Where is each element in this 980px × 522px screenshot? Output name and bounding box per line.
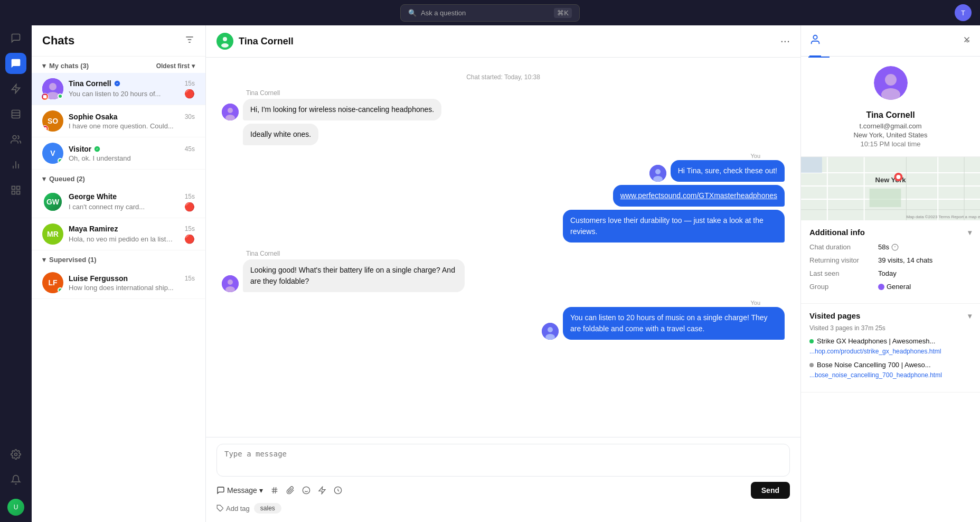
chat-header: Tina Cornell ··· bbox=[206, 25, 800, 58]
page-url-1[interactable]: ...hop.com/product/strike_gx_headphones.… bbox=[809, 348, 941, 355]
sticker-button[interactable] bbox=[334, 486, 342, 495]
sidebar-item-settings[interactable] bbox=[5, 444, 26, 465]
page-name-1: Strike GX Headphones | Awesomesh... bbox=[817, 337, 935, 345]
chat-item-luise[interactable]: LF Luise Fergusson 15s How long does int… bbox=[32, 267, 205, 299]
sender-label-tina-1: Tina Cornell bbox=[246, 89, 785, 97]
send-button[interactable]: Send bbox=[751, 482, 790, 499]
svg-point-21 bbox=[45, 96, 46, 96]
sidebar-item-chart[interactable] bbox=[5, 154, 26, 175]
sort-button-my-chats[interactable]: Oldest first ▾ bbox=[156, 62, 195, 70]
collapse-icon-supervised: ▾ bbox=[42, 256, 46, 264]
returning-visitor-value: 39 visits, 14 chats bbox=[878, 256, 932, 264]
sidebar-item-lightning[interactable] bbox=[5, 78, 26, 99]
chat-name-visitor: Visitor bbox=[69, 145, 91, 153]
svg-point-69 bbox=[896, 175, 900, 179]
additional-info-header[interactable]: Additional info ▾ bbox=[809, 228, 972, 237]
message-type-chevron: ▾ bbox=[259, 486, 263, 495]
visited-pages-title: Visited pages bbox=[809, 311, 860, 320]
chat-item-sophie[interactable]: SO Sophie Osaka 30s I have one more ques… bbox=[32, 105, 205, 137]
svg-rect-19 bbox=[43, 95, 47, 99]
keyboard-shortcut: ⌘K bbox=[554, 8, 572, 18]
top-bar: 🔍 Ask a question ⌘K T bbox=[0, 0, 980, 25]
msg-row-4: You can listen to 20 hours of music on a… bbox=[222, 307, 785, 340]
attachment-button[interactable] bbox=[286, 486, 295, 495]
shortcuts-button[interactable] bbox=[318, 486, 326, 495]
visitor-verified-icon bbox=[93, 145, 101, 153]
chat-info-sophie: Sophie Osaka 30s I have one more questio… bbox=[69, 113, 195, 130]
bubble-4-1: You can listen to 20 hours of music on a… bbox=[563, 307, 785, 340]
chat-item-tina[interactable]: Tina Cornell 15s You can listen to 20 ho… bbox=[32, 73, 205, 105]
group-value: General bbox=[878, 283, 911, 291]
chat-area: Tina Cornell ··· Chat started: Today, 10… bbox=[206, 25, 800, 522]
sidebar-item-team[interactable] bbox=[5, 129, 26, 150]
last-seen-label: Last seen bbox=[809, 269, 878, 277]
tag-sales[interactable]: sales bbox=[254, 503, 281, 514]
last-seen-value: Today bbox=[878, 269, 897, 277]
svg-line-42 bbox=[275, 487, 276, 493]
input-toolbar: Message ▾ Send bbox=[216, 482, 790, 499]
chat-name-maya: Maya Ramirez bbox=[69, 225, 118, 233]
right-panel-header bbox=[801, 25, 980, 57]
bubble-2-1: Hi Tina, sure, check these out! bbox=[671, 160, 785, 182]
sidebar-item-chats[interactable] bbox=[5, 53, 26, 74]
chat-item-visitor[interactable]: V Visitor 45s Oh, ok. I understand bbox=[32, 137, 205, 170]
page-dot-inactive bbox=[809, 363, 814, 367]
bubble-1-2: Ideally white ones. bbox=[243, 124, 318, 145]
additional-info-title: Additional info bbox=[809, 228, 865, 237]
chats-header: Chats bbox=[32, 25, 205, 57]
chat-duration-label: Chat duration bbox=[809, 243, 878, 251]
hashtag-button[interactable] bbox=[270, 486, 279, 495]
chat-header-name: Tina Cornell bbox=[239, 36, 775, 47]
sort-label: Oldest first bbox=[156, 62, 190, 70]
svg-point-12 bbox=[15, 453, 17, 456]
svg-point-49 bbox=[813, 35, 817, 39]
profile-name: Tina Cornell bbox=[809, 110, 972, 120]
user-profile-avatar[interactable]: U bbox=[7, 499, 24, 522]
chat-list: ▾ My chats (3) Oldest first ▾ bbox=[32, 57, 205, 522]
user-avatar-top: T bbox=[955, 4, 972, 21]
alert-maya: 🔴 bbox=[184, 234, 195, 244]
section-my-chats[interactable]: ▾ My chats (3) Oldest first ▾ bbox=[32, 57, 205, 73]
message-input[interactable] bbox=[224, 450, 782, 469]
panel-tab-profile[interactable] bbox=[809, 32, 821, 50]
sidebar-item-chat-bubble[interactable] bbox=[5, 27, 26, 49]
page-name-2: Bose Noise Cancelling 700 | Aweso... bbox=[817, 361, 931, 369]
add-tag-label: Add tag bbox=[226, 505, 250, 512]
msg-avatar-agent-2 bbox=[542, 323, 559, 340]
message-group-2: You Hi Tina, sure, check these out! www.… bbox=[222, 153, 785, 243]
chat-preview-sophie: I have one more question. Could... bbox=[69, 122, 174, 130]
message-type-button[interactable]: Message ▾ bbox=[216, 486, 263, 495]
svg-text:Map data ©2023 Terms  Report a: Map data ©2023 Terms Report a map error bbox=[906, 215, 980, 219]
message-group-1: Tina Cornell Hi, I'm looking for wireles… bbox=[222, 89, 785, 145]
msg-row-3: Looking good! What's their battery life … bbox=[222, 259, 785, 292]
emoji-button[interactable] bbox=[302, 486, 310, 495]
input-area: Message ▾ Send bbox=[206, 437, 800, 522]
sidebar-item-grid[interactable] bbox=[5, 180, 26, 201]
collapse-visited-pages: ▾ bbox=[968, 312, 972, 320]
svg-rect-9 bbox=[17, 187, 20, 190]
page-title-1: Strike GX Headphones | Awesomesh... bbox=[809, 337, 972, 345]
profile-email: t.cornell@gmail.com bbox=[809, 122, 972, 130]
section-queued[interactable]: ▾ Queued (2) bbox=[32, 170, 205, 186]
map-area: New York Map data ©2023 Terms Report a m… bbox=[801, 157, 980, 220]
chat-item-maya[interactable]: MR Maya Ramirez 15s Hola, no veo mi pedi… bbox=[32, 218, 205, 250]
more-options-button[interactable]: ··· bbox=[780, 34, 790, 48]
alert-tina: 🔴 bbox=[184, 89, 195, 99]
filter-button[interactable] bbox=[184, 34, 195, 48]
sidebar-item-bookmark[interactable] bbox=[5, 104, 26, 125]
msg-row-2a: Hi Tina, sure, check these out! bbox=[222, 160, 785, 182]
msg-row-2c: Customers love their durability too — ju… bbox=[222, 210, 785, 243]
section-supervised[interactable]: ▾ Supervised (1) bbox=[32, 250, 205, 267]
add-tag-button[interactable]: Add tag bbox=[216, 505, 250, 512]
chat-time-visitor: 45s bbox=[185, 145, 195, 153]
bubble-2-link[interactable]: www.perfectsound.com/GTXmasterheadphones bbox=[613, 185, 785, 207]
visited-pages-header[interactable]: Visited pages ▾ bbox=[809, 311, 972, 320]
chat-name-sophie: Sophie Osaka bbox=[69, 113, 118, 121]
search-bar[interactable]: 🔍 Ask a question ⌘K bbox=[400, 4, 580, 22]
chat-item-george[interactable]: GW George White 15s I can't connect my c… bbox=[32, 186, 205, 218]
icon-sidebar: U bbox=[0, 0, 32, 522]
sidebar-item-bell[interactable] bbox=[5, 469, 26, 490]
profile-avatar bbox=[874, 66, 908, 100]
message-group-3: Tina Cornell Looking good! What's their … bbox=[222, 250, 785, 292]
page-url-2[interactable]: ...bose_noise_cancelling_700_headphone.h… bbox=[809, 371, 942, 379]
